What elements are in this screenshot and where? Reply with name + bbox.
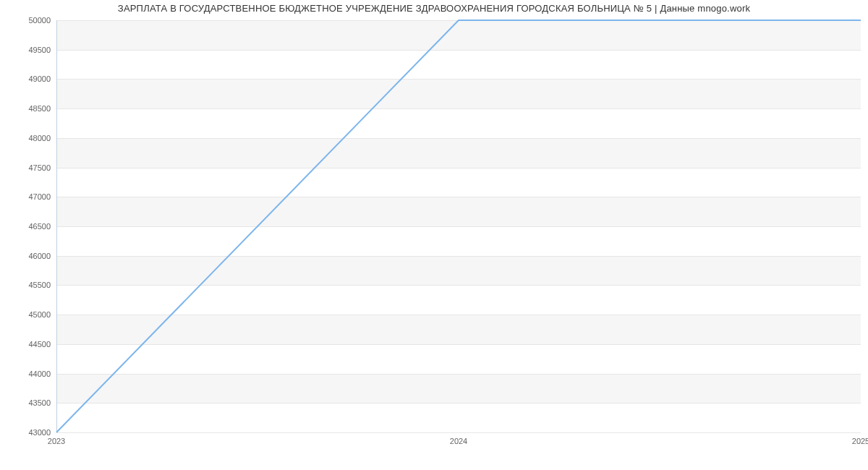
y-tick-label: 49500 xyxy=(28,46,56,54)
y-tick-label: 45000 xyxy=(28,310,56,319)
series-line xyxy=(56,20,861,432)
x-tick-label: 2023 xyxy=(48,432,65,445)
y-tick-label: 48000 xyxy=(28,134,56,142)
y-tick-label: 44000 xyxy=(28,369,56,378)
line-series xyxy=(56,20,861,432)
chart-title: ЗАРПЛАТА В ГОСУДАРСТВЕННОЕ БЮДЖЕТНОЕ УЧР… xyxy=(0,3,868,14)
y-tick-label: 48500 xyxy=(28,104,56,113)
y-tick-label: 47500 xyxy=(28,163,56,172)
y-tick-label: 46000 xyxy=(28,252,56,260)
y-tick-label: 44500 xyxy=(28,340,56,349)
y-tick-label: 45500 xyxy=(28,281,56,289)
y-tick-label: 46500 xyxy=(28,222,56,231)
y-tick-label: 47000 xyxy=(28,192,56,201)
plot-area: 4300043500440004450045000455004600046500… xyxy=(56,20,861,432)
chart-container: ЗАРПЛАТА В ГОСУДАРСТВЕННОЕ БЮДЖЕТНОЕ УЧР… xyxy=(0,0,868,470)
y-tick-label: 43500 xyxy=(28,398,56,407)
y-tick-label: 49000 xyxy=(28,74,56,83)
x-tick-label: 2025 xyxy=(852,432,868,445)
y-tick-label: 50000 xyxy=(28,16,56,25)
x-tick-label: 2024 xyxy=(450,432,467,445)
